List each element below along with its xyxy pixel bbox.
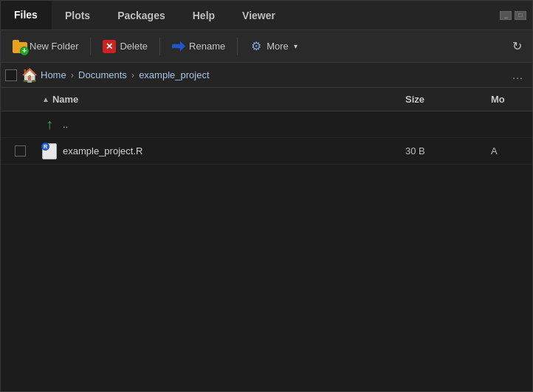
files-panel: Files Plots Packages Help Viewer ⎯ □ + <box>0 0 533 392</box>
more-button[interactable]: ⚙ More ▾ <box>242 36 305 57</box>
tab-files[interactable]: Files <box>1 1 52 30</box>
minimize-button[interactable]: ⎯ <box>500 11 512 20</box>
breadcrumb-bar: 🏠 Home › Documents › example_project ... <box>1 63 532 88</box>
col-size-header[interactable]: Size <box>399 94 488 105</box>
tab-plots[interactable]: Plots <box>52 1 104 30</box>
r-file-checkbox[interactable] <box>15 145 26 157</box>
refresh-icon: ↻ <box>512 39 522 53</box>
tab-viewer[interactable]: Viewer <box>229 1 289 30</box>
file-list: ↑ .. R example_project.R 30 B A <box>1 111 532 391</box>
delete-icon: ✕ <box>103 40 116 53</box>
table-row[interactable]: R example_project.R 30 B A <box>1 138 532 165</box>
home-icon[interactable]: 🏠 <box>21 68 38 83</box>
delete-button[interactable]: ✕ Delete <box>95 36 155 57</box>
file-name-r: example_project.R <box>60 145 399 157</box>
refresh-button[interactable]: ↻ <box>506 35 528 57</box>
breadcrumb-home[interactable]: Home <box>41 69 66 80</box>
file-area: ▲ Name Size Mo ↑ .. <box>1 88 532 391</box>
column-headers: ▲ Name Size Mo <box>1 88 532 111</box>
breadcrumb: Home › Documents › example_project <box>41 69 210 80</box>
window-controls: ⎯ □ <box>500 1 532 30</box>
new-folder-icon: + <box>13 40 26 53</box>
rename-button[interactable]: Rename <box>165 36 233 57</box>
gear-icon: ⚙ <box>250 40 263 53</box>
new-folder-button[interactable]: + New Folder <box>5 36 86 57</box>
breadcrumb-sep-1: › <box>71 69 74 80</box>
tab-packages[interactable]: Packages <box>104 1 179 30</box>
toolbar-separator-1 <box>90 38 91 55</box>
breadcrumb-documents[interactable]: Documents <box>78 69 127 80</box>
breadcrumb-sep-2: › <box>131 69 134 80</box>
r-file-icon: R <box>39 143 60 159</box>
toolbar: + New Folder ✕ Delete Rename ⚙ More <box>1 30 532 63</box>
row-check-r-file[interactable] <box>1 145 39 157</box>
table-row[interactable]: ↑ .. <box>1 111 532 138</box>
col-name-header[interactable]: ▲ Name <box>39 94 399 105</box>
sort-arrow-icon: ▲ <box>42 95 49 103</box>
file-name-parent: .. <box>60 119 399 130</box>
file-modified-r: A <box>488 145 532 157</box>
more-dropdown-arrow: ▾ <box>294 42 298 50</box>
toolbar-separator-3 <box>237 38 238 55</box>
select-all-checkbox[interactable] <box>5 69 17 81</box>
tab-bar: Files Plots Packages Help Viewer ⎯ □ <box>1 1 532 30</box>
breadcrumb-project[interactable]: example_project <box>139 69 209 80</box>
breadcrumb-more-button[interactable]: ... <box>508 68 528 83</box>
rename-icon <box>172 40 185 53</box>
toolbar-separator-2 <box>159 38 160 55</box>
file-size-r: 30 B <box>399 145 488 157</box>
up-arrow-icon: ↑ <box>39 116 60 133</box>
maximize-button[interactable]: □ <box>515 11 526 20</box>
col-modified-header[interactable]: Mo <box>488 94 532 105</box>
tab-help[interactable]: Help <box>179 1 229 30</box>
